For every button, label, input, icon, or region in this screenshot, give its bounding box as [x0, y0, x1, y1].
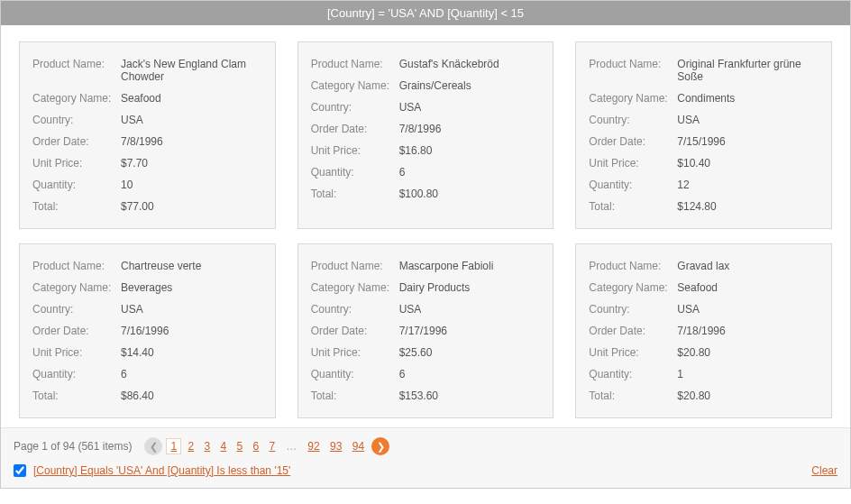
card-row: Total:$124.80	[589, 196, 819, 217]
card-label: Unit Price:	[32, 346, 119, 359]
card-value: Jack's New England Clam Chowder	[119, 58, 262, 83]
card-value: $77.00	[119, 200, 262, 213]
filter-clear-link[interactable]: Clear	[811, 464, 837, 477]
chevron-right-icon: ❯	[377, 442, 385, 452]
card-label: Country:	[311, 101, 398, 114]
pages-right: 92 93 94	[304, 440, 368, 453]
card-value: 6	[398, 166, 541, 179]
card: Product Name:Chartreuse verteCategory Na…	[19, 243, 276, 418]
card-value: 7/18/1996	[675, 325, 819, 337]
card-value: USA	[675, 114, 819, 126]
card-value: $16.80	[398, 144, 541, 157]
card-row: Order Date:7/16/1996	[32, 320, 262, 342]
card-row: Total:$100.80	[311, 183, 541, 205]
card-label: Order Date:	[589, 135, 675, 148]
filter-expression-link[interactable]: [Country] Equals 'USA' And [Quantity] Is…	[33, 464, 290, 477]
pager: Page 1 of 94 (561 items) ❮ 1 2 3 4 5 6 7…	[14, 437, 837, 455]
card-row: Order Date:7/8/1996	[32, 131, 262, 152]
card-row: Product Name:Original Frankfurter grüne …	[589, 53, 819, 87]
card-label: Category Name:	[589, 92, 675, 105]
card-value: $100.80	[398, 188, 541, 200]
page-number[interactable]: 6	[250, 439, 263, 454]
card-row: Quantity:6	[311, 161, 541, 183]
card-value: $14.40	[119, 346, 262, 359]
card-row: Product Name:Mascarpone Fabioli	[311, 255, 541, 277]
card-row: Category Name:Condiments	[589, 87, 819, 109]
page-number[interactable]: 1	[166, 438, 181, 454]
card-row: Category Name:Seafood	[589, 277, 819, 298]
card-value: $25.60	[398, 346, 541, 359]
card-row: Quantity:12	[589, 174, 819, 196]
card-label: Unit Price:	[589, 157, 675, 170]
card-label: Unit Price:	[589, 346, 675, 359]
page-ellipsis: …	[282, 440, 300, 453]
card-label: Total:	[32, 389, 119, 402]
card-row: Product Name:Jack's New England Clam Cho…	[32, 53, 262, 87]
card-value: Seafood	[675, 281, 819, 294]
card-row: Order Date:7/18/1996	[589, 320, 819, 342]
card-value: USA	[119, 303, 262, 316]
card-label: Order Date:	[32, 135, 119, 148]
card-value: 6	[119, 368, 262, 380]
card: Product Name:Gravad laxCategory Name:Sea…	[575, 243, 832, 418]
page-number[interactable]: 4	[217, 439, 231, 454]
card-row: Order Date:7/17/1996	[311, 320, 541, 342]
card-label: Category Name:	[311, 281, 398, 294]
card-label: Category Name:	[32, 92, 119, 105]
footer: Page 1 of 94 (561 items) ❮ 1 2 3 4 5 6 7…	[1, 427, 850, 488]
card-label: Country:	[32, 114, 119, 126]
page-number[interactable]: 7	[266, 439, 279, 454]
card-value: Gravad lax	[675, 260, 819, 272]
card-label: Quantity:	[589, 179, 675, 191]
card-row: Quantity:6	[311, 363, 541, 385]
card-label: Quantity:	[32, 179, 119, 191]
card-label: Country:	[311, 303, 398, 316]
card-label: Unit Price:	[311, 346, 398, 359]
page-number[interactable]: 94	[349, 439, 368, 454]
card-label: Unit Price:	[311, 144, 398, 157]
page-number[interactable]: 93	[326, 439, 345, 454]
card-row: Quantity:6	[32, 363, 262, 385]
page-number[interactable]: 3	[200, 439, 214, 454]
card: Product Name:Gustaf's KnäckebrödCategory…	[297, 41, 554, 229]
card-value: 7/16/1996	[119, 325, 262, 337]
card-row: Category Name:Grains/Cereals	[311, 75, 541, 96]
filter-row: [Country] Equals 'USA' And [Quantity] Is…	[14, 464, 837, 477]
chevron-left-icon: ❮	[150, 442, 158, 452]
prev-page-button[interactable]: ❮	[144, 437, 162, 455]
card-label: Total:	[32, 200, 119, 213]
card-label: Category Name:	[311, 79, 398, 92]
card-value: Condiments	[675, 92, 819, 105]
page-number[interactable]: 2	[184, 439, 197, 454]
card-row: Unit Price:$14.40	[32, 342, 262, 363]
card-label: Country:	[32, 303, 119, 316]
card-label: Category Name:	[589, 281, 675, 294]
card-value: $124.80	[675, 200, 819, 213]
filter-checkbox[interactable]	[14, 464, 26, 477]
card-label: Quantity:	[311, 166, 398, 179]
page-number[interactable]: 5	[233, 439, 247, 454]
card: Product Name:Jack's New England Clam Cho…	[19, 41, 276, 229]
card-label: Order Date:	[311, 123, 398, 135]
card-row: Unit Price:$20.80	[589, 342, 819, 363]
card-value: USA	[398, 303, 541, 316]
card-value: Seafood	[119, 92, 262, 105]
page-number[interactable]: 92	[304, 439, 323, 454]
card-row: Country:USA	[32, 298, 262, 320]
card-value: 7/8/1996	[398, 123, 541, 135]
card-row: Category Name:Beverages	[32, 277, 262, 298]
card-value: 6	[398, 368, 541, 380]
page-summary: Page 1 of 94 (561 items)	[14, 440, 132, 453]
card-value: Original Frankfurter grüne Soße	[675, 58, 819, 83]
card-row: Category Name:Dairy Products	[311, 277, 541, 298]
card-label: Country:	[589, 114, 675, 126]
card-label: Product Name:	[311, 58, 398, 70]
card-row: Total:$20.80	[589, 385, 819, 407]
card-label: Quantity:	[311, 368, 398, 380]
card-value: 12	[675, 179, 819, 191]
card-label: Quantity:	[32, 368, 119, 380]
card: Product Name:Mascarpone FabioliCategory …	[297, 243, 554, 418]
card-value: USA	[119, 114, 262, 126]
pages-left: 1 2 3 4 5 6 7	[166, 440, 279, 453]
next-page-button[interactable]: ❯	[371, 437, 389, 455]
